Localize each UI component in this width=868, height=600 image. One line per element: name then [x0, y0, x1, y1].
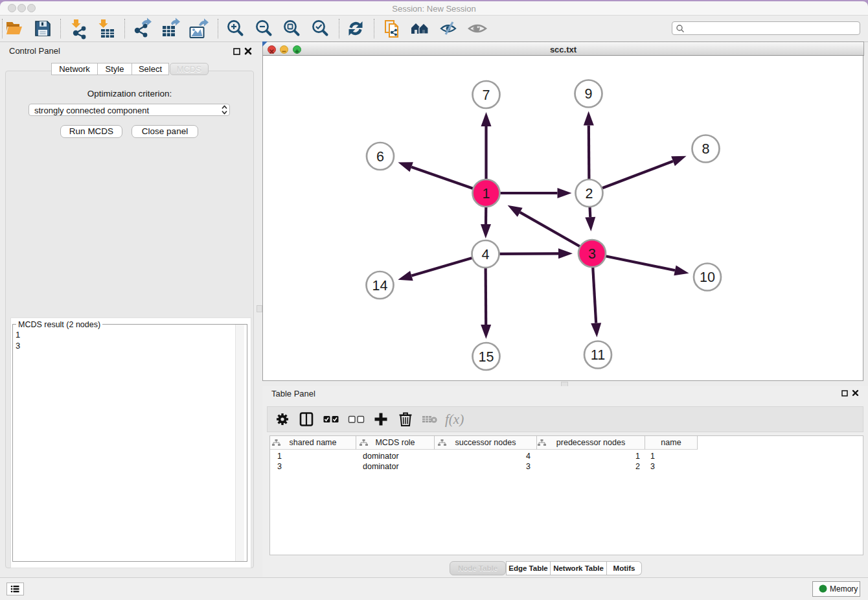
svg-text:6: 6: [376, 149, 384, 165]
svg-text:3: 3: [588, 246, 596, 262]
svg-text:4: 4: [482, 247, 490, 262]
svg-text:7: 7: [483, 87, 490, 103]
svg-text:f(x): f(x): [445, 411, 464, 427]
svg-text:11: 11: [591, 347, 605, 363]
svg-text:8: 8: [702, 141, 710, 157]
svg-text:2: 2: [586, 186, 593, 202]
svg-text:1: 1: [483, 186, 490, 202]
svg-text:15: 15: [479, 349, 494, 365]
svg-text:14: 14: [372, 278, 388, 294]
svg-text:10: 10: [700, 270, 715, 285]
svg-text:9: 9: [585, 86, 593, 102]
